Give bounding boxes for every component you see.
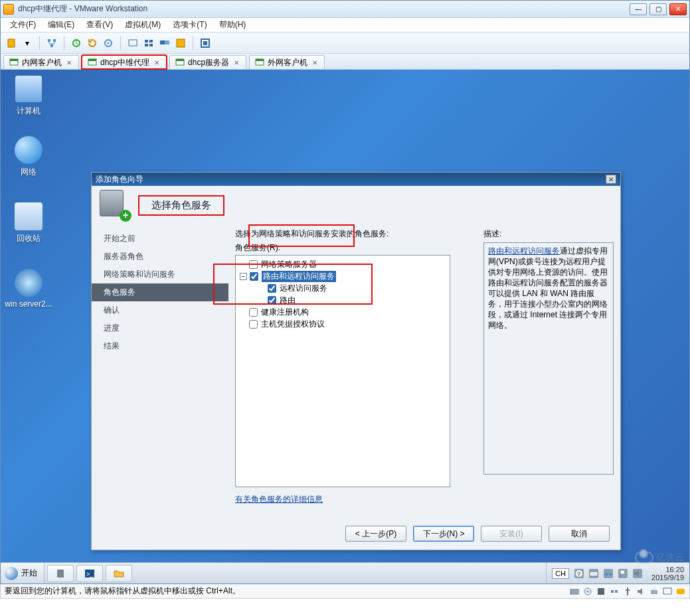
more-info-link[interactable]: 有关角色服务的详细信息 <box>235 495 323 504</box>
tray-help-icon[interactable]: ? <box>574 569 584 578</box>
cancel-button[interactable]: 取消 <box>549 526 610 542</box>
device-cd-icon[interactable] <box>583 587 592 596</box>
taskbar-clock[interactable]: 16:20 2015/9/19 <box>647 566 684 581</box>
thumbnail-icon[interactable] <box>142 37 155 50</box>
tree-item-hra[interactable]: 健康注册机构 <box>240 306 446 318</box>
role-services-tree[interactable]: 网络策略服务器 − 路由和远程访问服务 远程访问服务 <box>235 255 450 487</box>
wizard-step-role-services[interactable]: 角色服务 <box>92 283 228 301</box>
message-log-icon[interactable] <box>676 587 685 596</box>
desktop-icon-winserver[interactable]: win server2... <box>5 269 52 309</box>
status-hint: 要返回到您的计算机，请将鼠标指针从虚拟机中移出或按 Ctrl+Alt。 <box>5 585 240 597</box>
wizard-step-results[interactable]: 结果 <box>92 337 228 355</box>
tab-internal-client[interactable]: 内网客户机 ✕ <box>3 55 79 69</box>
checkbox-rras[interactable] <box>250 272 258 281</box>
unity-icon[interactable] <box>174 37 187 50</box>
device-sound-icon[interactable] <box>636 587 646 596</box>
power-on-icon[interactable] <box>5 37 18 50</box>
menu-vm[interactable]: 虚拟机(M) <box>120 18 166 32</box>
svg-rect-25 <box>57 570 64 578</box>
wizard-step-before[interactable]: 开始之前 <box>92 230 228 248</box>
power-dropdown-icon[interactable]: ▾ <box>21 37 34 50</box>
wizard-step-npas[interactable]: 网络策略和访问服务 <box>92 266 228 283</box>
tree-item-routing[interactable]: 路由 <box>240 294 446 306</box>
taskbar-item-server-manager[interactable] <box>47 565 74 582</box>
tray-volume-icon[interactable] <box>633 569 642 578</box>
svg-rect-9 <box>149 40 153 42</box>
wizard-close-button[interactable]: ✕ <box>606 175 616 184</box>
next-button[interactable]: 下一步(N) > <box>413 526 474 542</box>
snapshot-take-icon[interactable] <box>70 37 83 50</box>
description-link[interactable]: 路由和远程访问服务 <box>488 246 560 256</box>
tab-dhcp-relay[interactable]: dhcp中维代理 ✕ <box>82 55 167 69</box>
guest-desktop[interactable]: 计算机 网络 回收站 win server2... 添加角色向导 ✕ + 选择角… <box>1 70 689 583</box>
menu-file[interactable]: 文件(F) <box>5 18 41 32</box>
menu-tabs[interactable]: 选项卡(T) <box>167 18 212 32</box>
tab-close-icon[interactable]: ✕ <box>153 59 161 66</box>
svg-rect-38 <box>615 590 618 593</box>
tray-flag-icon[interactable] <box>618 569 628 578</box>
multi-monitor-icon[interactable] <box>158 37 171 50</box>
tree-item-label: 健康注册机构 <box>261 307 309 318</box>
tab-close-icon[interactable]: ✕ <box>232 59 240 66</box>
checkbox-ras[interactable] <box>268 284 276 293</box>
device-printer-icon[interactable] <box>649 587 659 596</box>
tab-close-icon[interactable]: ✕ <box>311 59 319 66</box>
desktop-icon-computer[interactable]: 计算机 <box>5 75 52 117</box>
tree-item-ras[interactable]: 远程访问服务 <box>240 282 446 294</box>
wizard-step-confirm[interactable]: 确认 <box>92 301 228 319</box>
toolbar: ▾ <box>1 33 689 54</box>
tray-keyboard-icon[interactable] <box>589 569 598 578</box>
show-console-icon[interactable] <box>126 37 139 50</box>
device-network-icon[interactable] <box>610 587 619 596</box>
tree-item-hcap[interactable]: 主机凭据授权协议 <box>240 318 446 330</box>
tree-item-nps[interactable]: 网络策略服务器 <box>240 258 446 270</box>
wizard-step-server-roles[interactable]: 服务器角色 <box>92 248 228 266</box>
svg-rect-2 <box>53 39 56 42</box>
snapshot-manager-icon[interactable] <box>102 37 115 50</box>
tab-label: dhcp服务器 <box>188 57 229 68</box>
close-button[interactable]: ✕ <box>669 3 687 15</box>
language-indicator[interactable]: CH <box>552 568 569 579</box>
menu-help[interactable]: 帮助(H) <box>214 18 252 32</box>
tab-external-client[interactable]: 外网客户机 ✕ <box>249 55 325 69</box>
tree-item-rras[interactable]: − 路由和远程访问服务 <box>240 270 446 282</box>
device-display-icon[interactable] <box>663 587 672 596</box>
svg-rect-0 <box>8 39 15 47</box>
tab-close-icon[interactable]: ✕ <box>65 59 73 66</box>
device-floppy-icon[interactable] <box>596 587 606 596</box>
snapshot-revert-icon[interactable] <box>86 37 99 50</box>
desktop-icon-network[interactable]: 网络 <box>5 136 52 178</box>
device-usb-icon[interactable] <box>623 587 632 596</box>
tab-dhcp-server[interactable]: dhcp服务器 ✕ <box>169 55 246 69</box>
tray-network-icon[interactable] <box>604 569 613 578</box>
wizard-prompt: 选择为网络策略和访问服务安装的角色服务: <box>235 229 388 238</box>
wizard-window-title: 添加角色向导 <box>96 174 143 185</box>
fullscreen-icon[interactable] <box>199 37 212 50</box>
checkbox-routing[interactable] <box>268 296 276 305</box>
desktop-icon-recycle[interactable]: 回收站 <box>5 202 52 244</box>
svg-rect-13 <box>165 40 169 44</box>
recycle-bin-icon <box>15 202 43 230</box>
wizard-step-progress[interactable]: 进度 <box>92 319 228 337</box>
checkbox-hcap[interactable] <box>249 320 258 329</box>
device-hdd-icon[interactable] <box>570 587 579 596</box>
menu-view[interactable]: 查看(V) <box>81 18 118 32</box>
prev-button[interactable]: < 上一步(P) <box>345 526 406 542</box>
tree-collapse-icon[interactable]: − <box>240 273 247 280</box>
description-title: 描述: <box>483 228 614 240</box>
maximize-button[interactable]: ▢ <box>649 3 667 15</box>
vm-tabbar: 内网客户机 ✕ dhcp中维代理 ✕ dhcp服务器 ✕ 外网客户机 ✕ <box>1 54 689 70</box>
taskbar-item-powershell[interactable]: >_ <box>76 565 103 582</box>
vmware-app-icon <box>3 4 14 15</box>
checkbox-hra[interactable] <box>249 308 258 317</box>
start-button[interactable]: 开始 <box>1 563 44 583</box>
tree-item-label: 主机凭据授权协议 <box>261 319 325 330</box>
system-tray: CH ? 16:20 2015/9/19 <box>546 563 689 583</box>
taskbar-item-explorer[interactable] <box>106 565 132 582</box>
vm-tab-icon <box>9 58 19 67</box>
menu-edit[interactable]: 编辑(E) <box>43 18 80 32</box>
minimize-button[interactable]: — <box>630 3 647 15</box>
checkbox-nps[interactable] <box>249 260 258 269</box>
snapshot-tree-icon[interactable] <box>45 37 58 50</box>
guest-taskbar: 开始 >_ CH ? 16:20 2015/9/19 <box>1 562 689 583</box>
